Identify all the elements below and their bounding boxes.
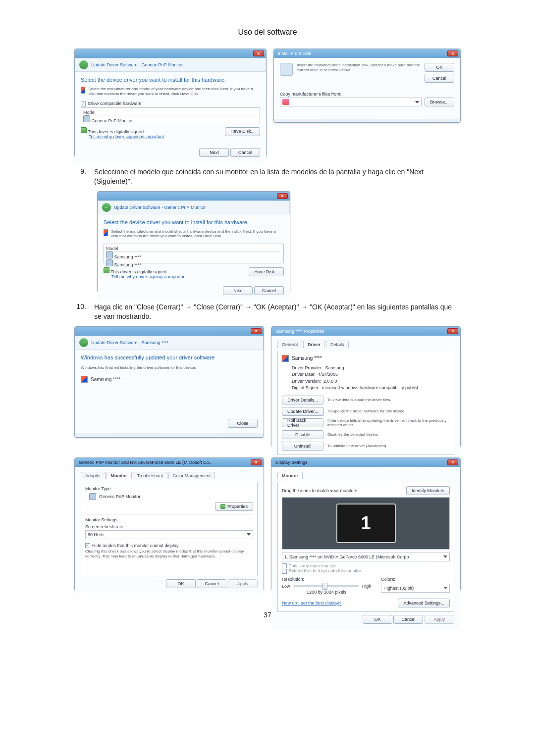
have-disk-button[interactable]: Have Disk... [225,127,260,136]
tab-details[interactable]: Details [326,341,349,348]
back-icon[interactable]: ← [102,203,111,212]
hide-modes-desc: Clearing this check box allows you to se… [85,549,253,558]
link-signing[interactable]: Tell me why driver signing is important [111,274,187,279]
close-icon[interactable]: X [447,50,458,56]
cancel-button[interactable]: Cancel [425,74,454,83]
properties-button[interactable]: Properties [215,502,253,511]
drag-label: Drag the icons to match your monitors. [282,488,359,493]
close-button[interactable]: Close [228,419,258,428]
back-icon[interactable]: ← [79,60,88,69]
resolution-value: 1280 by 1024 pixels [282,590,371,595]
tab-monitor[interactable]: Monitor [107,472,132,479]
shield-icon [220,504,225,509]
tab-general[interactable]: General [277,341,302,348]
dialog-title: Install From Disk [276,51,311,56]
dialog-note: Select the manufacturer and model of you… [88,87,260,96]
driver-icon [81,87,85,94]
driver-icon [81,376,88,383]
dialog-heading: Select the device driver you want to ins… [81,77,260,83]
drive-icon [282,99,289,105]
tab-driver[interactable]: Driver [303,341,325,348]
driver-icon [104,229,108,236]
cancel-button[interactable]: Cancel [393,615,423,624]
close-icon[interactable]: X [447,459,458,465]
close-icon[interactable]: X [447,328,458,334]
have-disk-button[interactable]: Have Disk... [249,267,284,276]
list-item[interactable]: Generic PnP Monitor [83,115,258,123]
list-header: Model [106,246,281,252]
link-signing[interactable]: Tell me why driver signing is important [89,134,164,139]
ok-button[interactable]: OK [425,63,454,72]
resolution-label: Resolution: [282,577,371,582]
shield-icon [81,127,87,133]
disable-button[interactable]: Disable [282,430,323,439]
list-item[interactable]: Samsung **** [106,252,281,259]
list-header: Model [83,110,258,115]
uninstall-button[interactable]: Uninstall [282,442,323,451]
checkbox-compatible[interactable] [81,101,86,106]
resolution-slider[interactable] [293,585,359,587]
close-icon[interactable]: X [277,193,288,199]
monitor-select[interactable]: 1. Samsung **** on NVIDIA GeForce 6600 L… [282,553,450,561]
apply-button[interactable]: Apply [425,615,454,624]
ok-button[interactable]: OK [363,615,392,624]
update-driver-button[interactable]: Update Driver... [282,407,324,416]
dialog-display-settings: Display SettingsX Monitor Drag the icons… [271,457,461,591]
identify-button[interactable]: Identify Monitors [406,486,450,495]
step-text: Haga clic en "Close (Cerrar)" → "Close (… [94,302,461,321]
close-icon[interactable]: X [251,459,262,465]
tab-adapter[interactable]: Adapter [81,472,106,479]
advanced-button[interactable]: Advanced Settings... [398,599,450,607]
dialog-heading: Select the device driver you want to ins… [104,219,284,225]
model-list[interactable]: Model Generic PnP Monitor [81,107,260,123]
refresh-rate-label: Screen refresh rate: [85,524,253,529]
dialog-update-driver-a: X ←Update Driver Software - Generic PnP … [74,49,267,157]
monitor-preview[interactable]: 1 [336,504,396,543]
tab-monitor[interactable]: Monitor [277,472,303,479]
close-icon[interactable]: X [251,328,262,334]
shield-icon [104,267,109,273]
rollback-button[interactable]: Roll Back Driver [282,418,323,427]
monitor-type-label: Monitor Type [85,486,253,491]
monitor-icon [106,259,113,266]
colors-select[interactable]: Highest (32 bit) [381,584,450,593]
ok-button[interactable]: OK [166,579,196,588]
driver-details-button[interactable]: Driver Details... [282,396,323,404]
dialog-driver-properties: Samsung **** PropertiesX General Driver … [271,326,461,448]
crumb-text: Update Driver Software - Generic PnP Mon… [91,62,183,67]
dialog-title: Generic PnP Monitor and NVIDIA GeForce 6… [77,460,213,465]
crumb-text: Update Driver Software - Samsung **** [91,340,168,345]
dialog-install-from-disk: Install From DiskX Insert the manufactur… [273,49,461,123]
path-select[interactable] [280,98,422,106]
install-msg: Insert the manufacturer's installation d… [297,63,421,83]
cancel-button[interactable]: Cancel [230,148,260,157]
figure-row-b: X ←Update Driver Software - Generic PnP … [74,191,461,293]
tab-color[interactable]: Color Management [168,472,215,479]
checkbox-hide-modes[interactable] [85,543,90,548]
dialog-update-success: X ←Update Driver Software - Samsung ****… [74,326,264,438]
page-title: Uso del software [74,28,461,37]
cancel-button[interactable]: Cancel [197,579,226,588]
figure-row-c2: Generic PnP Monitor and NVIDIA GeForce 6… [74,457,461,591]
back-icon[interactable]: ← [79,338,88,347]
chevron-down-icon [415,101,419,103]
list-item[interactable]: Samsung **** [106,259,281,267]
success-heading: Windows has successfully updated your dr… [81,354,258,360]
apply-button[interactable]: Apply [228,579,258,588]
tab-troubleshoot[interactable]: Troubleshoot [133,472,167,479]
step-9: 9. Seleccione el modelo que coincida con… [74,167,461,186]
next-button[interactable]: Next [199,148,229,157]
dialog-title: Display Settings [273,460,308,465]
step-text: Seleccione el modelo que coincida con su… [94,167,461,186]
refresh-rate-select[interactable]: 60 Hertz [85,530,253,539]
slider-thumb[interactable] [322,583,327,590]
cancel-button[interactable]: Cancel [254,286,284,295]
model-list[interactable]: Model Samsung **** Samsung **** [104,244,284,263]
link-best-display[interactable]: How do I get the best display? [282,601,342,605]
step-number: 9. [74,167,86,186]
signed-text: This driver is digitally signed. [110,269,167,274]
close-icon[interactable]: X [253,50,264,56]
browse-button[interactable]: Browse... [425,98,454,106]
dialog-title: Samsung **** Properties [273,329,324,334]
next-button[interactable]: Next [223,286,253,295]
